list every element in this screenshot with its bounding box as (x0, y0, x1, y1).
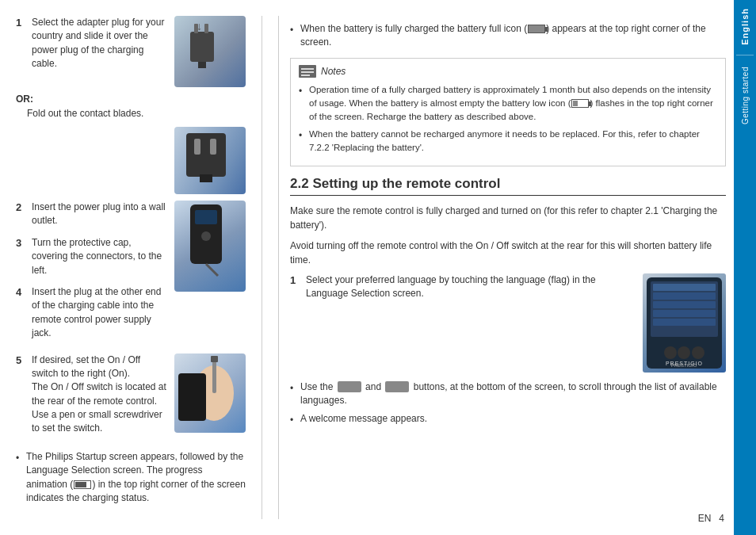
screwdriver-svg (174, 353, 242, 425)
battery-full-icon (528, 25, 545, 33)
cable-2 (200, 174, 212, 182)
section-2-2-step1-row: 1 Select your preferred language by touc… (290, 273, 726, 373)
footer-page: 4 (719, 513, 724, 524)
step5-text-2: The On / Off switch is located at the re… (32, 380, 168, 408)
step4-text: Insert the plug at the other end of the … (32, 285, 168, 341)
step-number-5: 5 (16, 353, 27, 436)
screwdriver-handle (211, 356, 218, 362)
left-bullet-section: • The Philips Startup screen appears, fo… (16, 450, 246, 506)
prong-left (194, 24, 198, 33)
section-intro-1: Make sure the remote control is fully ch… (290, 204, 726, 232)
step5-text-group: If desired, set the On / Off switch to t… (32, 353, 168, 436)
or-label: OR: (16, 94, 246, 105)
button-icon-1 (338, 381, 361, 392)
welcome-bullet: • A welcome message appears. (290, 412, 726, 427)
page-container: 1 Select the adapter plug for your count… (0, 0, 756, 535)
remote-screen-svg: PRESTIGIO (643, 273, 726, 373)
section-2-2-step-number-1: 1 (290, 273, 301, 301)
remote-screen-img-col: PRESTIGIO (643, 273, 726, 373)
step3-text: Turn the protective cap, covering the co… (32, 236, 168, 277)
step5-text-3: Use a pen or small screwdriver to set th… (32, 408, 168, 436)
step-number-3: 3 (16, 236, 27, 277)
left-bullet-1-text: The Philips Startup screen appears, foll… (26, 450, 246, 506)
bullet-dot-1: • (16, 452, 22, 506)
button-icon-2 (385, 381, 409, 392)
lang-item-5 (653, 319, 716, 326)
step-number-2: 2 (16, 201, 27, 228)
left-bullet-1: • The Philips Startup screen appears, fo… (16, 450, 246, 506)
blades-image (174, 127, 246, 194)
battery-charged-text: When the battery is fully charged the ba… (300, 22, 726, 50)
adapter-svg: ↓ (174, 16, 230, 71)
section-intro-2: Avoid turning off the remote control wit… (290, 239, 726, 267)
steps2-5-row: 2 Insert the power plug into a wall outl… (16, 201, 246, 349)
cable (198, 62, 206, 68)
right-battery-section: • When the battery is fully charged the … (290, 22, 726, 50)
notes-icon (299, 65, 316, 78)
sidebar-getting-started-label: Getting started (741, 67, 750, 124)
notes-box: Notes • Operation time of a fully charge… (290, 58, 726, 166)
use-buttons-bullet: • Use the and buttons, at the bottom of … (290, 380, 726, 408)
remote-btn-1 (664, 346, 677, 359)
step2-text: Insert the power plug into a wall outlet… (32, 201, 168, 228)
bullet-dot-charged: • (290, 24, 296, 50)
remote-charging-svg (174, 201, 238, 284)
footer-lang: EN (698, 513, 712, 524)
step-1: 1 Select the adapter plug for your count… (16, 16, 168, 71)
sidebar-english-label: English (740, 8, 750, 45)
battery-low-icon (571, 99, 589, 108)
step1-text: Select the adapter plug for your country… (32, 16, 168, 71)
remote-btn-2 (678, 346, 690, 359)
remote-side (178, 373, 206, 421)
battery-charged-bullet: • When the battery is fully charged the … (290, 22, 726, 50)
step1-text-col: 1 Select the adapter plug for your count… (16, 16, 168, 87)
page-footer: EN 4 (698, 513, 724, 524)
steps2-5-text: 2 Insert the power plug into a wall outl… (16, 201, 168, 349)
step-number-4: 4 (16, 285, 27, 341)
section-2-2-step1-text-col: 1 Select your preferred language by touc… (290, 273, 636, 373)
remote-screen-image: PRESTIGIO (643, 273, 726, 373)
main-content: 1 Select the adapter plug for your count… (0, 0, 734, 535)
right-column: • When the battery is fully charged the … (278, 16, 726, 519)
step-4: 4 Insert the plug at the other end of th… (16, 285, 168, 341)
plug-body-2 (186, 133, 226, 177)
remote-screen (195, 210, 217, 224)
progress-animation-icon (74, 480, 91, 489)
column-divider (262, 16, 262, 519)
section-number: 2.2 (290, 176, 309, 191)
prong-right (204, 24, 208, 33)
blade-left (194, 139, 200, 155)
bullet-dot-welcome: • (290, 414, 296, 427)
left-column: 1 Select the adapter plug for your count… (16, 16, 246, 519)
or-section: OR: Fold out the contact blades. (16, 94, 246, 119)
section-2-2-step1-text: Select your preferred language by touchi… (306, 273, 636, 301)
note-2-text: When the battery cannot be recharged any… (309, 128, 717, 154)
sidebar-divider (736, 55, 754, 55)
lang-item-4 (653, 310, 716, 317)
bullet-dot-use: • (290, 382, 296, 408)
step-number-1: 1 (16, 16, 27, 71)
notes-title: Notes (321, 65, 346, 78)
note-2: • When the battery cannot be recharged a… (299, 128, 717, 154)
brand-text: PRESTIGIO (671, 363, 697, 368)
welcome-text: A welcome message appears. (300, 412, 427, 427)
lang-item-3 (653, 301, 716, 308)
remote-button (201, 231, 211, 241)
fold-text: Fold out the contact blades. (27, 108, 246, 119)
section-title: Setting up the remote control (312, 176, 500, 191)
sidebar: English Getting started (734, 0, 756, 535)
note-bullet-2: • (299, 129, 305, 154)
blades-svg (174, 127, 238, 186)
step-5: 5 If desired, set the On / Off switch to… (16, 353, 168, 436)
blade-right (210, 139, 216, 155)
section-2-2-bullets: • Use the and buttons, at the bottom of … (290, 380, 726, 428)
img-adapter: ↓ (174, 16, 246, 87)
notes-header: Notes (299, 65, 717, 78)
note-1-text: Operation time of a fully charged batter… (309, 83, 717, 123)
lang-item-1 (653, 284, 716, 291)
step-2: 2 Insert the power plug into a wall outl… (16, 201, 168, 228)
section-2-2-step-1: 1 Select your preferred language by touc… (290, 273, 636, 301)
remote-charging-image (174, 201, 246, 292)
step1-row: 1 Select the adapter plug for your count… (16, 16, 246, 87)
use-buttons-text: Use the and buttons, at the bottom of th… (300, 380, 726, 408)
